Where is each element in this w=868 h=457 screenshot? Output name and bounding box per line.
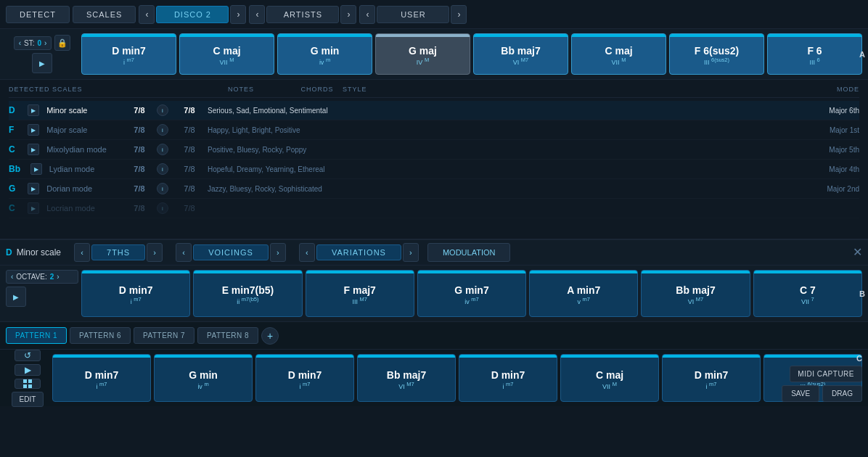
chord-card-5[interactable]: C maj VII M [571, 33, 666, 75]
scale-key-1: F [9, 125, 17, 135]
scale-info-1[interactable]: i [157, 124, 168, 136]
scale-mode-4: Major 2nd [772, 185, 859, 193]
chord-card-6[interactable]: F 6(sus2) III 6(sus2) [669, 33, 764, 75]
scale-row-1[interactable]: F ▶ Major scale 7/8 i 7/8 Happy, Light, … [9, 120, 859, 140]
sevenths-next[interactable]: › [147, 243, 163, 262]
chord-card-7[interactable]: F 6 III 6 [767, 33, 862, 75]
voicings-prev[interactable]: ‹ [176, 243, 192, 262]
c-chord-4[interactable]: D min7 i m7 [459, 354, 557, 402]
chord-card-2[interactable]: G min iv m [277, 33, 372, 75]
c-chord-0[interactable]: D min7 i m7 [52, 354, 151, 402]
lock-button[interactable]: 🔒 [54, 35, 70, 51]
b-chord-1[interactable]: E min7(b5) ii m7(b5) [193, 270, 302, 317]
scale-row-2[interactable]: C ▶ Mixolydian mode 7/8 i 7/8 Positive, … [9, 140, 859, 160]
close-section-b[interactable]: ✕ [853, 247, 862, 258]
scales-button[interactable]: SCALES [73, 6, 136, 23]
modulation-button[interactable]: MODULATION [427, 243, 511, 262]
add-pattern-button[interactable]: + [261, 327, 279, 345]
pattern-tab-8[interactable]: PATTERN 8 [197, 327, 258, 344]
chord-card-0[interactable]: D min7 i m7 [81, 33, 176, 75]
artists-prev[interactable]: ‹ [249, 5, 265, 24]
scale-row-0[interactable]: D ▶ Minor scale 7/8 i 7/8 Serious, Sad, … [9, 101, 859, 120]
scale-play-2[interactable]: ▶ [28, 144, 39, 155]
scale-row-4[interactable]: G ▶ Dorian mode 7/8 i 7/8 Jazzy, Bluesy,… [9, 179, 859, 199]
pattern-tab-7[interactable]: PATTERN 7 [134, 327, 195, 344]
scale-key-2: C [9, 144, 17, 155]
scale-style-2: Positive, Bluesy, Rocky, Poppy [208, 146, 772, 154]
scale-mode-3: Major 4th [772, 165, 859, 173]
edit-button[interactable]: EDIT [12, 392, 44, 407]
st-prev[interactable]: ‹ [19, 39, 21, 47]
svg-rect-3 [28, 384, 32, 388]
bottom-controls: ↺ ▶ EDIT [6, 354, 49, 402]
chord-card-3[interactable]: G maj IV M [375, 33, 470, 75]
scale-notes-5: 7/8 [125, 204, 154, 213]
svg-rect-0 [23, 379, 27, 383]
scale-name-1: Major scale [46, 125, 125, 134]
b-chord-4[interactable]: A min7 v m7 [529, 270, 638, 317]
c-chord-5[interactable]: C maj VII M [560, 354, 659, 402]
voicings-next[interactable]: › [270, 243, 286, 262]
b-chord-3[interactable]: G min7 iv m7 [417, 270, 526, 317]
disco2-next[interactable]: › [230, 5, 246, 24]
chord-card-4[interactable]: Bb maj7 VI M7 [473, 33, 568, 75]
play-bottom[interactable]: ▶ [15, 364, 41, 376]
artists-label: ARTISTS [266, 6, 339, 23]
c-chord-3[interactable]: Bb maj7 VI M7 [357, 354, 456, 402]
disco2-section: ‹ DISCO 2 › [139, 5, 246, 24]
variations-next[interactable]: › [403, 243, 419, 262]
voicings-label: VOICINGS [193, 244, 269, 260]
octave-control: ‹ OCTAVE: 2 › ▶ [6, 270, 78, 317]
b-chord-5[interactable]: Bb maj7 VI M7 [641, 270, 750, 317]
scale-play-1[interactable]: ▶ [28, 124, 39, 136]
scale-info-3[interactable]: i [157, 163, 168, 175]
scale-key-4: G [9, 184, 17, 194]
scale-chords-5: 7/8 [171, 204, 208, 213]
scale-play-0[interactable]: ▶ [28, 104, 39, 116]
scale-row-3[interactable]: Bb ▶ Lydian mode 7/8 i 7/8 Hopeful, Drea… [9, 160, 859, 179]
c-chord-2[interactable]: D min7 i m7 [255, 354, 354, 402]
save-button[interactable]: SAVE [782, 385, 819, 402]
scale-info-4[interactable]: i [157, 183, 168, 194]
pattern-tab-6[interactable]: PATTERN 6 [70, 327, 131, 344]
variations-prev[interactable]: ‹ [299, 243, 315, 262]
scale-play-5[interactable]: ▶ [28, 202, 39, 214]
drag-button[interactable]: DRAG [822, 385, 862, 402]
midi-capture-button[interactable]: MIDI CAPTURE [790, 366, 862, 382]
header-detected: DETECTED SCALES [9, 86, 212, 93]
scale-style-4: Jazzy, Bluesy, Rocky, Sophisticated [208, 185, 772, 193]
scale-style-1: Happy, Light, Bright, Positive [208, 126, 772, 134]
user-prev[interactable]: ‹ [359, 5, 375, 24]
section-a-play[interactable]: ▶ [32, 53, 52, 73]
octave-prev[interactable]: ‹ [11, 273, 13, 281]
user-next[interactable]: › [451, 5, 467, 24]
section-b-play[interactable]: ▶ [6, 287, 26, 307]
c-chord-1[interactable]: G min iv m [154, 354, 253, 402]
b-chord-0[interactable]: D min7 i m7 [81, 270, 190, 317]
sevenths-prev[interactable]: ‹ [74, 243, 90, 262]
detect-button[interactable]: DETECT [6, 6, 70, 23]
repeat-button[interactable]: ↺ [15, 350, 41, 361]
scale-info-0[interactable]: i [157, 104, 168, 116]
artists-next[interactable]: › [340, 5, 356, 24]
svg-rect-1 [28, 379, 32, 383]
section-a-controls: ‹ ST: 0 › 🔒 ▶ [6, 33, 78, 75]
scale-play-4[interactable]: ▶ [28, 183, 39, 194]
octave-next[interactable]: › [57, 273, 59, 281]
grid-button[interactable] [15, 379, 41, 389]
b-scale-key: D [6, 247, 12, 258]
st-next[interactable]: › [44, 39, 46, 47]
b-scale-name: Minor scale [17, 247, 61, 258]
pattern-tab-1[interactable]: PATTERN 1 [6, 327, 67, 344]
scale-info-2[interactable]: i [157, 144, 168, 155]
chord-card-1[interactable]: C maj VII M [179, 33, 274, 75]
scale-play-3[interactable]: ▶ [30, 163, 42, 175]
scale-row-5[interactable]: C ▶ Locrian mode 7/8 i 7/8 [9, 199, 859, 218]
disco2-prev[interactable]: ‹ [139, 5, 155, 24]
voicings-nav: ‹ VOICINGS › [176, 243, 286, 262]
scale-info-5[interactable]: i [157, 202, 168, 214]
scale-mode-2: Major 5th [772, 146, 859, 154]
b-chord-2[interactable]: F maj7 III M7 [306, 270, 414, 317]
b-chord-6[interactable]: C 7 VII 7 [753, 270, 862, 317]
c-chord-6[interactable]: D min7 i m7 [662, 354, 761, 402]
